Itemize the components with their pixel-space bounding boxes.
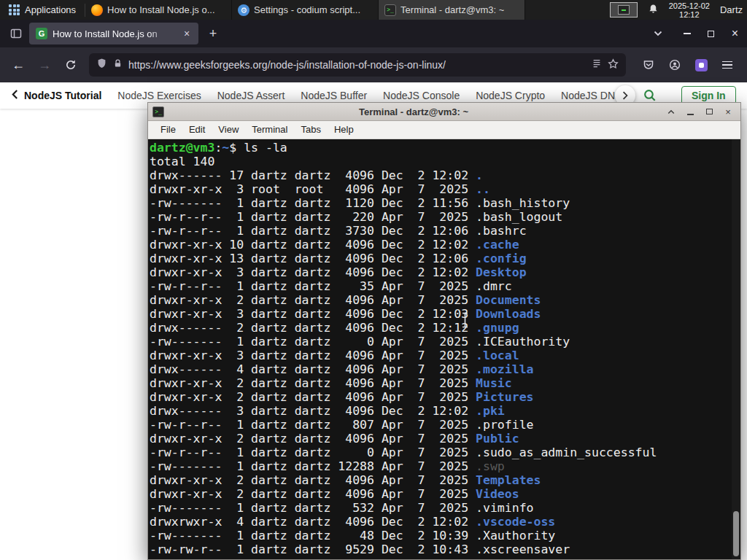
terminal-output-line: -rw------- 1 dartz dartz 12288 Apr 7 202…: [150, 459, 740, 473]
tab-close-icon[interactable]: ×: [179, 26, 194, 41]
site-nav-active-item[interactable]: NodeJS Tutorial: [12, 90, 101, 101]
notification-bell-icon[interactable]: [648, 4, 659, 17]
desktop: Applications How to Install Node.js o...…: [0, 0, 747, 560]
applications-menu[interactable]: Applications: [0, 0, 85, 20]
terminal-output-line: -rw-r--r-- 1 dartz dartz 35 Apr 7 2025 .…: [150, 279, 740, 293]
terminal-titlebar[interactable]: >_ Terminal - dartz@vm3: ~ ×: [148, 103, 740, 121]
applications-label: Applications: [25, 4, 76, 15]
terminal-output-line: drwx------ 3 dartz dartz 4096 Dec 2 12:0…: [150, 404, 740, 418]
terminal-icon: >_: [384, 4, 396, 16]
terminal-menu-edit[interactable]: Edit: [182, 121, 212, 139]
terminal-output-line: drwxr-xr-x 3 dartz dartz 4096 Apr 7 2025…: [150, 349, 740, 362]
terminal-output-line: -rw-rw-r-- 1 dartz dartz 9529 Dec 2 10:4…: [150, 542, 740, 556]
window-close-button[interactable]: ×: [723, 20, 747, 47]
terminal-scrollbar[interactable]: [732, 139, 740, 559]
terminal-menu-view[interactable]: View: [212, 121, 245, 139]
terminal-output-line: drwx------ 4 dartz dartz 4096 Apr 7 2025…: [150, 362, 740, 376]
list-all-tabs-icon[interactable]: [647, 23, 669, 44]
clock-time: 12:12: [669, 10, 710, 19]
site-nav-link[interactable]: NodeJS DNS: [561, 90, 622, 101]
terminal-close-button[interactable]: ×: [720, 105, 736, 119]
taskbar-button-title: Settings - codium script...: [254, 4, 360, 15]
terminal-icon: >_: [152, 106, 164, 117]
terminal-output-line: drwx------ 2 dartz dartz 4096 Dec 2 12:1…: [150, 321, 740, 335]
account-icon[interactable]: [664, 54, 686, 76]
terminal-shade-icon[interactable]: [663, 105, 679, 119]
terminal-output-line: -rw-r--r-- 1 dartz dartz 220 Apr 7 2025 …: [150, 210, 740, 224]
new-tab-button[interactable]: +: [203, 23, 223, 44]
terminal-output-line: -rw-r--r-- 1 dartz dartz 3730 Dec 2 12:0…: [150, 224, 740, 238]
bookmark-star-icon[interactable]: [608, 58, 619, 72]
window-minimize-button[interactable]: [675, 20, 699, 47]
terminal-menu-tabs[interactable]: Tabs: [294, 121, 327, 139]
firefox-view-icon[interactable]: [6, 23, 26, 44]
terminal-output-line: drwxr-xr-x 2 dartz dartz 4096 Apr 7 2025…: [150, 432, 740, 446]
terminal-output-line: drwxr-xr-x 2 dartz dartz 4096 Apr 7 2025…: [150, 376, 740, 390]
terminal-menu-terminal[interactable]: Terminal: [245, 121, 294, 139]
terminal-output-line: -rw------- 1 dartz dartz 0 Apr 7 2025 .I…: [150, 335, 740, 349]
terminal-maximize-button[interactable]: [701, 105, 717, 119]
firefox-icon: [91, 4, 103, 16]
site-nav-active-label: NodeJS Tutorial: [24, 90, 101, 101]
terminal-output-line: -rw------- 1 dartz dartz 48 Dec 2 10:39 …: [150, 529, 740, 542]
terminal-output-line: drwxr-xr-x 3 dartz dartz 4096 Dec 2 12:0…: [150, 265, 740, 279]
terminal-output-line: drwxr-xr-x 2 dartz dartz 4096 Apr 7 2025…: [150, 487, 740, 501]
taskbar-button-title: How to Install Node.js o...: [107, 4, 214, 15]
user-menu[interactable]: Dartz: [720, 4, 744, 15]
terminal-output-line: total 140: [150, 155, 740, 168]
terminal-output[interactable]: dartz@vm3:~$ ls -latotal 140drwx------ 1…: [148, 139, 740, 559]
terminal-output-line: -rw------- 1 dartz dartz 532 Apr 7 2025 …: [150, 501, 740, 515]
terminal-menubar: FileEditViewTerminalTabsHelp: [148, 121, 740, 139]
tab-title: How to Install Node.js on: [53, 28, 174, 39]
forward-button[interactable]: →: [32, 53, 57, 77]
terminal-output-line: drwxr-xr-x 2 dartz dartz 4096 Apr 7 2025…: [150, 293, 740, 307]
chevron-left-icon[interactable]: [12, 90, 18, 101]
terminal-output-line: drwxr-xr-x 2 dartz dartz 4096 Apr 7 2025…: [150, 390, 740, 404]
taskbar-window-buttons: How to Install Node.js o...⚙Settings - c…: [85, 0, 525, 20]
terminal-menu-help[interactable]: Help: [328, 121, 360, 139]
terminal-scrollbar-thumb[interactable]: [733, 511, 739, 556]
browser-tab-bar: G How to Install Node.js on × + ×: [0, 20, 747, 47]
top-panel: Applications How to Install Node.js o...…: [0, 0, 747, 20]
url-text[interactable]: https://www.geeksforgeeks.org/node-js/in…: [128, 59, 586, 71]
pocket-icon[interactable]: [638, 54, 659, 76]
terminal-window: >_ Terminal - dartz@vm3: ~ × FileEditVie…: [147, 102, 741, 560]
terminal-minimize-button[interactable]: [682, 105, 698, 119]
lock-icon[interactable]: [113, 58, 123, 71]
gfg-favicon: G: [36, 28, 47, 39]
clock[interactable]: 2025-12-02 12:12: [669, 1, 710, 19]
taskbar-button-title: Terminal - dartz@vm3: ~: [400, 4, 504, 15]
terminal-output-line: drwxr-xr-x 3 root root 4096 Apr 7 2025 .…: [150, 182, 740, 196]
applications-icon: [9, 4, 20, 15]
terminal-output-line: -rw-r--r-- 1 dartz dartz 0 Apr 7 2025 .s…: [150, 446, 740, 459]
terminal-output-line: drwx------ 17 dartz dartz 4096 Dec 2 12:…: [150, 168, 740, 182]
menu-hamburger-icon[interactable]: [716, 54, 738, 76]
back-button[interactable]: ←: [6, 53, 31, 77]
window-maximize-button[interactable]: [699, 20, 723, 47]
reload-icon[interactable]: [58, 53, 83, 77]
taskbar-button-firefox[interactable]: How to Install Node.js o...: [85, 0, 232, 20]
tracking-protection-shield-icon[interactable]: [96, 58, 107, 72]
site-nav-link[interactable]: NodeJS Console: [383, 90, 460, 101]
site-nav-links: NodeJS ExercisesNodeJS AssertNodeJS Buff…: [117, 90, 628, 101]
text-cursor-icon: [461, 312, 469, 331]
terminal-window-title: Terminal - dartz@vm3: ~: [169, 106, 659, 117]
reader-mode-icon[interactable]: [592, 58, 602, 71]
workspace-switcher[interactable]: [610, 2, 638, 18]
site-nav-link[interactable]: NodeJS Assert: [217, 90, 285, 101]
browser-tab-active[interactable]: G How to Install Node.js on ×: [29, 23, 198, 44]
terminal-output-line: drwxr-xr-x 10 dartz dartz 4096 Dec 2 12:…: [150, 238, 740, 252]
clock-date: 2025-12-02: [669, 1, 710, 10]
terminal-output-line: drwxrwxr-x 4 dartz dartz 4096 Dec 2 12:0…: [150, 515, 740, 529]
browser-window-controls: ×: [675, 20, 747, 47]
terminal-output-line: drwxr-xr-x 13 dartz dartz 4096 Dec 2 12:…: [150, 252, 740, 265]
url-bar[interactable]: https://www.geeksforgeeks.org/node-js/in…: [89, 53, 626, 77]
site-nav-link[interactable]: NodeJS Crypto: [476, 90, 545, 101]
taskbar-button-settings[interactable]: ⚙Settings - codium script...: [232, 0, 379, 20]
site-nav-link[interactable]: NodeJS Exercises: [117, 90, 201, 101]
settings-icon: ⚙: [238, 4, 249, 16]
extension-icon[interactable]: [690, 54, 712, 76]
terminal-menu-file[interactable]: File: [154, 121, 182, 139]
taskbar-button-terminal[interactable]: >_Terminal - dartz@vm3: ~: [379, 0, 525, 20]
site-nav-link[interactable]: NodeJS Buffer: [301, 90, 367, 101]
